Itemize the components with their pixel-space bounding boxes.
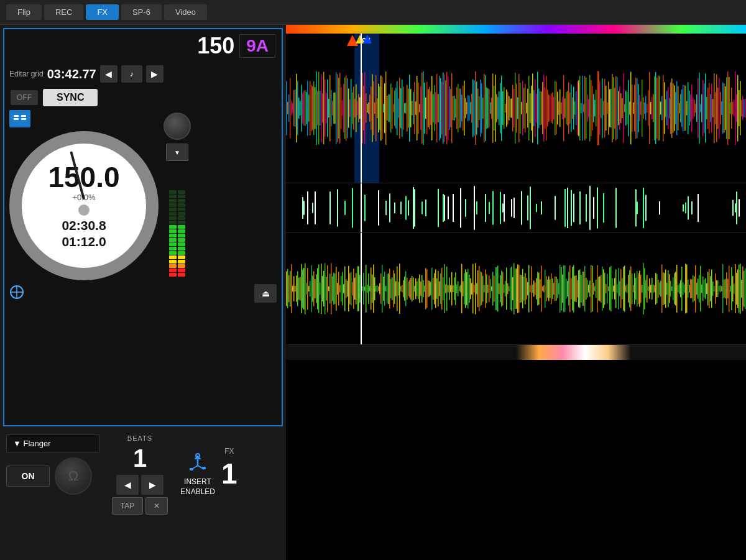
prev-track-button[interactable]: ◀ (100, 65, 117, 83)
svg-rect-89 (374, 103, 375, 114)
svg-rect-554 (407, 278, 408, 300)
note-button[interactable]: ♪ (121, 65, 142, 83)
platter-right: ▼ (163, 110, 191, 277)
svg-rect-322 (664, 82, 665, 134)
svg-rect-479 (313, 271, 315, 306)
svg-rect-598 (461, 264, 463, 314)
svg-rect-443 (635, 190, 637, 227)
platter-time1: 02:30.8 (62, 218, 106, 233)
svg-rect-330 (674, 85, 675, 131)
svg-rect-252 (577, 81, 578, 135)
svg-rect-122 (415, 101, 417, 115)
svg-rect-37 (310, 81, 311, 135)
svg-rect-501 (341, 276, 342, 301)
svg-rect-803 (716, 280, 717, 297)
edit-grid-label[interactable]: Editar grid (9, 70, 44, 78)
svg-rect-350 (699, 73, 700, 144)
svg-rect-659 (537, 272, 538, 305)
svg-rect-783 (691, 279, 693, 298)
flanger-dropdown[interactable]: ▼ Flanger (6, 434, 99, 452)
svg-rect-261 (588, 99, 589, 117)
svg-rect-625 (495, 267, 496, 310)
svg-rect-683 (567, 281, 568, 296)
svg-rect-30 (301, 85, 302, 131)
svg-rect-355 (705, 73, 706, 142)
svg-rect-104 (393, 104, 394, 112)
svg-rect-728 (623, 267, 624, 311)
svg-rect-2 (21, 115, 26, 117)
sync-button[interactable]: SYNC (43, 89, 98, 106)
beats-prev-button[interactable]: ◀ (116, 475, 139, 495)
svg-rect-378 (734, 100, 735, 117)
main-waveform[interactable]: 94 (286, 34, 746, 183)
svg-rect-537 (385, 286, 387, 291)
svg-rect-433 (567, 188, 568, 228)
x-button[interactable]: ✕ (145, 497, 168, 515)
tap-button[interactable]: TAP (112, 497, 143, 515)
svg-rect-471 (303, 268, 305, 310)
fx-on-button[interactable]: ON (6, 466, 50, 487)
svg-rect-132 (428, 89, 429, 127)
svg-rect-646 (521, 275, 522, 303)
svg-rect-572 (429, 281, 430, 296)
svg-rect-752 (653, 285, 654, 293)
nav-video[interactable]: Video (164, 4, 207, 20)
svg-rect-562 (417, 282, 418, 296)
svg-rect-435 (573, 194, 574, 223)
svg-rect-275 (606, 86, 607, 131)
svg-rect-111 (402, 80, 403, 137)
svg-rect-420 (492, 191, 494, 224)
mini-waveform[interactable] (286, 183, 746, 232)
svg-rect-498 (337, 283, 338, 295)
svg-rect-146 (445, 80, 446, 135)
beats-next-button[interactable]: ▶ (141, 475, 163, 495)
lower-waveform[interactable] (286, 232, 746, 344)
svg-rect-250 (574, 101, 576, 114)
svg-rect-336 (681, 90, 683, 127)
svg-rect-52 (328, 99, 329, 117)
svg-rect-335 (680, 94, 681, 122)
svg-rect-522 (367, 285, 368, 293)
vinyl-mode-button[interactable] (9, 110, 30, 127)
nav-rec[interactable]: REC (44, 4, 83, 20)
svg-rect-425 (513, 198, 515, 218)
svg-rect-0 (14, 115, 19, 117)
svg-rect-356 (706, 97, 707, 119)
svg-rect-733 (629, 270, 630, 308)
vu-seg (169, 229, 177, 233)
svg-rect-583 (443, 277, 444, 300)
svg-rect-589 (450, 285, 451, 293)
svg-rect-654 (531, 266, 532, 311)
svg-rect-447 (659, 201, 660, 214)
svg-rect-99 (387, 96, 388, 121)
svg-rect-341 (688, 82, 689, 134)
svg-rect-174 (480, 80, 481, 137)
svg-rect-454 (735, 203, 736, 212)
scratch-button[interactable] (9, 285, 24, 303)
svg-rect-662 (541, 265, 542, 311)
down-tri-button[interactable]: ▼ (166, 144, 188, 161)
svg-rect-260 (587, 94, 588, 121)
eject-button[interactable]: ⏏ (254, 284, 277, 303)
off-button[interactable]: OFF (11, 90, 38, 105)
svg-rect-467 (298, 278, 300, 300)
svg-rect-538 (387, 274, 388, 304)
nav-fx[interactable]: FX (86, 4, 119, 20)
svg-rect-799 (711, 270, 712, 308)
platter-wheel[interactable]: 150.0 +0.0% 02:30.8 01:12.0 (9, 131, 159, 280)
fx-omega-knob[interactable]: Ω (55, 457, 92, 495)
svg-rect-452 (698, 194, 699, 222)
svg-rect-81 (364, 72, 366, 144)
nav-sp6[interactable]: SP-6 (121, 4, 162, 20)
svg-rect-481 (316, 274, 317, 303)
next-track-button[interactable]: ▶ (146, 65, 163, 83)
svg-rect-703 (592, 266, 593, 312)
svg-rect-647 (522, 269, 523, 309)
svg-rect-790 (700, 266, 701, 312)
vu-seg (169, 255, 177, 259)
nav-flip[interactable]: Flip (6, 4, 42, 20)
svg-rect-610 (476, 283, 477, 295)
svg-rect-510 (352, 282, 353, 296)
pitch-knob[interactable] (163, 112, 191, 140)
svg-rect-206 (520, 83, 521, 134)
